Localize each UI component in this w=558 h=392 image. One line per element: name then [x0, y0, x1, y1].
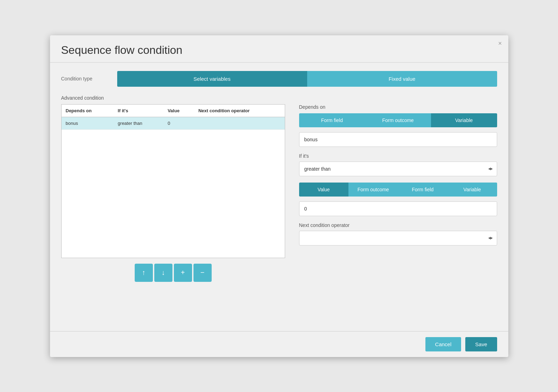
select-variables-button[interactable]: Select variables: [117, 71, 307, 87]
left-panel: Depends on If it's Value Next condition …: [61, 104, 285, 282]
condition-type-row: Condition type Select variables Fixed va…: [61, 71, 497, 87]
advanced-condition-label: Advanced condition: [61, 95, 497, 101]
conditions-table-container: Depends on If it's Value Next condition …: [61, 104, 285, 258]
form-field-depends-button[interactable]: Form field: [299, 113, 365, 127]
cell-if-its: greater than: [114, 117, 164, 129]
table-header-row: Depends on If it's Value Next condition …: [62, 105, 285, 117]
move-up-button[interactable]: ↑: [135, 264, 153, 282]
form-field-value-button[interactable]: Form field: [398, 183, 448, 197]
dialog-footer: Cancel Save: [50, 331, 508, 357]
dialog-header: Sequence flow condition ×: [50, 35, 508, 63]
condition-type-btn-group: Select variables Fixed value: [117, 71, 497, 87]
depends-on-btn-group: Form field Form outcome Variable: [299, 113, 497, 127]
value-value-button[interactable]: Value: [299, 183, 349, 197]
minus-icon: −: [200, 269, 205, 277]
form-outcome-depends-button[interactable]: Form outcome: [365, 113, 431, 127]
action-buttons: ↑ ↓ + −: [61, 264, 285, 282]
cancel-button[interactable]: Cancel: [425, 337, 461, 351]
form-outcome-value-button[interactable]: Form outcome: [348, 183, 398, 197]
depends-on-title: Depends on: [299, 104, 497, 110]
remove-row-button[interactable]: −: [193, 264, 212, 282]
right-panel: Depends on Form field Form outcome Varia…: [299, 104, 497, 282]
col-next-operator: Next condition operator: [194, 105, 285, 117]
sequence-flow-dialog: Sequence flow condition × Condition type…: [50, 35, 508, 357]
save-button[interactable]: Save: [465, 337, 497, 351]
variable-depends-button[interactable]: Variable: [431, 113, 497, 127]
arrow-down-icon: ↓: [162, 269, 165, 277]
dialog-body: Condition type Select variables Fixed va…: [50, 63, 508, 331]
col-if-its: If it's: [114, 105, 164, 117]
col-value: Value: [163, 105, 194, 117]
cell-next-operator: [194, 117, 285, 129]
main-content: Depends on If it's Value Next condition …: [61, 104, 497, 282]
if-its-select[interactable]: greater than less than equal to not equa…: [299, 162, 497, 176]
condition-type-label: Condition type: [61, 76, 117, 81]
cell-value: 0: [163, 117, 194, 129]
if-its-label: If it's: [299, 153, 497, 159]
fixed-value-button[interactable]: Fixed value: [307, 71, 497, 87]
add-row-button[interactable]: +: [174, 264, 192, 282]
arrow-up-icon: ↑: [142, 269, 146, 277]
value-input[interactable]: [299, 201, 497, 216]
dialog-title: Sequence flow condition: [61, 44, 497, 57]
cell-depends-on: bonus: [62, 117, 114, 129]
move-down-button[interactable]: ↓: [154, 264, 172, 282]
close-button[interactable]: ×: [498, 40, 502, 47]
next-condition-label: Next condition operator: [299, 222, 497, 228]
variable-value-button[interactable]: Variable: [447, 183, 497, 197]
value-btn-group: Value Form outcome Form field Variable: [299, 183, 497, 197]
table-row[interactable]: bonus greater than 0: [62, 117, 285, 129]
conditions-table: Depends on If it's Value Next condition …: [62, 105, 285, 130]
col-depends-on: Depends on: [62, 105, 114, 117]
depends-on-input[interactable]: [299, 132, 497, 147]
plus-icon: +: [181, 269, 185, 277]
next-condition-select[interactable]: and or: [299, 231, 497, 245]
